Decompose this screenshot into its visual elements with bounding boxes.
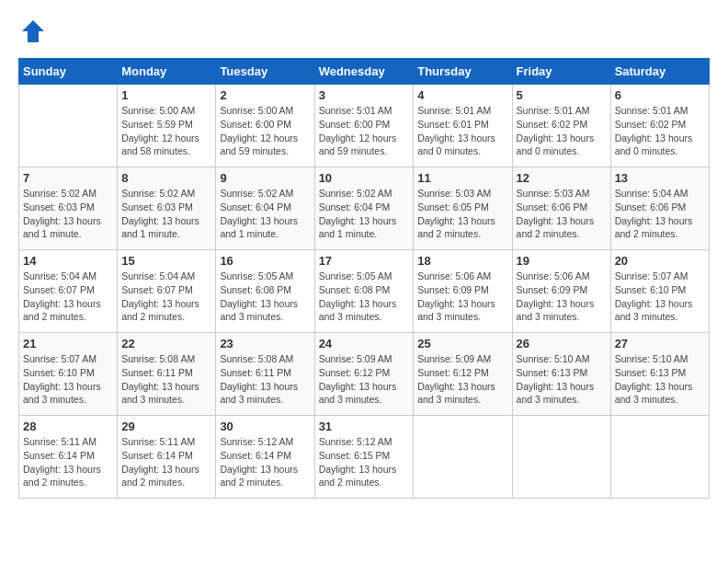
calendar-week-5: 28Sunrise: 5:11 AM Sunset: 6:14 PM Dayli… [19,416,710,499]
day-info: Sunrise: 5:12 AM Sunset: 6:14 PM Dayligh… [220,435,310,489]
day-header-thursday: Thursday [414,59,512,85]
calendar-cell: 17Sunrise: 5:05 AM Sunset: 6:08 PM Dayli… [314,250,414,333]
day-number: 8 [121,171,211,185]
day-number: 6 [615,88,705,102]
calendar-cell: 27Sunrise: 5:10 AM Sunset: 6:13 PM Dayli… [610,333,709,416]
calendar-cell: 26Sunrise: 5:10 AM Sunset: 6:13 PM Dayli… [512,333,610,416]
calendar-cell: 9Sunrise: 5:02 AM Sunset: 6:04 PM Daylig… [216,167,314,250]
calendar-cell: 23Sunrise: 5:08 AM Sunset: 6:11 PM Dayli… [216,333,314,416]
day-number: 19 [517,254,607,268]
day-number: 13 [615,171,705,185]
calendar-cell: 13Sunrise: 5:04 AM Sunset: 6:06 PM Dayli… [610,167,709,250]
day-info: Sunrise: 5:05 AM Sunset: 6:08 PM Dayligh… [220,270,310,324]
day-number: 18 [417,254,507,268]
day-info: Sunrise: 5:01 AM Sunset: 6:02 PM Dayligh… [615,104,705,158]
calendar-table: SundayMondayTuesdayWednesdayThursdayFrid… [18,58,710,499]
day-info: Sunrise: 5:06 AM Sunset: 6:09 PM Dayligh… [417,270,507,324]
day-header-monday: Monday [118,59,216,85]
day-info: Sunrise: 5:10 AM Sunset: 6:13 PM Dayligh… [517,352,607,407]
day-number: 12 [517,171,607,185]
calendar-cell: 6Sunrise: 5:01 AM Sunset: 6:02 PM Daylig… [610,85,709,167]
day-info: Sunrise: 5:02 AM Sunset: 6:03 PM Dayligh… [121,187,211,241]
calendar-cell: 29Sunrise: 5:11 AM Sunset: 6:14 PM Dayli… [118,416,216,499]
day-info: Sunrise: 5:11 AM Sunset: 6:14 PM Dayligh… [23,435,113,489]
calendar-cell [414,416,512,499]
calendar-cell: 15Sunrise: 5:04 AM Sunset: 6:07 PM Dayli… [118,250,216,333]
day-info: Sunrise: 5:02 AM Sunset: 6:04 PM Dayligh… [319,187,410,241]
day-info: Sunrise: 5:03 AM Sunset: 6:05 PM Dayligh… [417,187,507,241]
calendar-cell: 30Sunrise: 5:12 AM Sunset: 6:14 PM Dayli… [216,416,314,499]
day-info: Sunrise: 5:03 AM Sunset: 6:06 PM Dayligh… [517,187,607,241]
calendar-cell: 31Sunrise: 5:12 AM Sunset: 6:15 PM Dayli… [314,416,414,499]
day-info: Sunrise: 5:04 AM Sunset: 6:07 PM Dayligh… [121,270,211,324]
calendar-cell: 22Sunrise: 5:08 AM Sunset: 6:11 PM Dayli… [118,333,216,416]
calendar-cell: 21Sunrise: 5:07 AM Sunset: 6:10 PM Dayli… [19,333,118,416]
calendar-cell: 12Sunrise: 5:03 AM Sunset: 6:06 PM Dayli… [512,167,610,250]
calendar-week-2: 7Sunrise: 5:02 AM Sunset: 6:03 PM Daylig… [19,167,710,250]
calendar-cell: 10Sunrise: 5:02 AM Sunset: 6:04 PM Dayli… [314,167,414,250]
calendar-cell [19,85,118,167]
day-number: 30 [220,419,310,433]
day-info: Sunrise: 5:02 AM Sunset: 6:04 PM Dayligh… [220,187,310,241]
day-info: Sunrise: 5:08 AM Sunset: 6:11 PM Dayligh… [220,352,310,407]
day-number: 24 [319,337,410,350]
calendar-cell: 16Sunrise: 5:05 AM Sunset: 6:08 PM Dayli… [216,250,314,333]
calendar-cell: 3Sunrise: 5:01 AM Sunset: 6:00 PM Daylig… [314,85,414,167]
day-info: Sunrise: 5:07 AM Sunset: 6:10 PM Dayligh… [23,352,113,407]
day-number: 5 [517,88,607,102]
day-info: Sunrise: 5:04 AM Sunset: 6:07 PM Dayligh… [23,270,113,324]
day-number: 9 [220,171,310,185]
day-number: 27 [615,337,705,350]
calendar-cell: 4Sunrise: 5:01 AM Sunset: 6:01 PM Daylig… [414,85,512,167]
day-info: Sunrise: 5:00 AM Sunset: 6:00 PM Dayligh… [220,104,310,158]
day-info: Sunrise: 5:07 AM Sunset: 6:10 PM Dayligh… [615,270,705,324]
day-info: Sunrise: 5:09 AM Sunset: 6:12 PM Dayligh… [319,352,410,407]
day-number: 31 [319,419,410,433]
day-number: 20 [615,254,705,268]
day-number: 28 [23,419,113,433]
calendar-cell: 1Sunrise: 5:00 AM Sunset: 5:59 PM Daylig… [118,85,216,167]
day-info: Sunrise: 5:12 AM Sunset: 6:15 PM Dayligh… [319,435,410,489]
day-number: 15 [121,254,211,268]
day-header-wednesday: Wednesday [314,59,414,85]
day-number: 3 [319,88,410,102]
day-number: 23 [220,337,310,350]
day-header-tuesday: Tuesday [216,59,314,85]
svg-marker-0 [22,20,44,42]
calendar-week-4: 21Sunrise: 5:07 AM Sunset: 6:10 PM Dayli… [19,333,710,416]
calendar-cell: 25Sunrise: 5:09 AM Sunset: 6:12 PM Dayli… [414,333,512,416]
day-number: 14 [23,254,113,268]
calendar-week-3: 14Sunrise: 5:04 AM Sunset: 6:07 PM Dayli… [19,250,710,333]
calendar-cell: 19Sunrise: 5:06 AM Sunset: 6:09 PM Dayli… [512,250,610,333]
day-info: Sunrise: 5:10 AM Sunset: 6:13 PM Dayligh… [615,352,705,407]
calendar-cell: 28Sunrise: 5:11 AM Sunset: 6:14 PM Dayli… [19,416,118,499]
day-number: 22 [121,337,211,350]
calendar-cell [512,416,610,499]
logo-icon [20,18,46,44]
day-number: 1 [121,88,211,102]
day-number: 17 [319,254,410,268]
day-header-friday: Friday [512,59,610,85]
day-info: Sunrise: 5:08 AM Sunset: 6:11 PM Dayligh… [121,352,211,407]
calendar-cell: 24Sunrise: 5:09 AM Sunset: 6:12 PM Dayli… [314,333,414,416]
day-number: 7 [23,171,113,185]
calendar-cell: 7Sunrise: 5:02 AM Sunset: 6:03 PM Daylig… [19,167,118,250]
calendar-cell: 20Sunrise: 5:07 AM Sunset: 6:10 PM Dayli… [610,250,709,333]
day-info: Sunrise: 5:09 AM Sunset: 6:12 PM Dayligh… [417,352,507,407]
logo [18,18,46,49]
calendar-cell: 14Sunrise: 5:04 AM Sunset: 6:07 PM Dayli… [19,250,118,333]
day-info: Sunrise: 5:01 AM Sunset: 6:00 PM Dayligh… [319,104,410,158]
day-number: 29 [121,419,211,433]
calendar-cell: 8Sunrise: 5:02 AM Sunset: 6:03 PM Daylig… [118,167,216,250]
day-number: 21 [23,337,113,350]
day-info: Sunrise: 5:06 AM Sunset: 6:09 PM Dayligh… [517,270,607,324]
day-info: Sunrise: 5:02 AM Sunset: 6:03 PM Dayligh… [23,187,113,241]
calendar-week-1: 1Sunrise: 5:00 AM Sunset: 5:59 PM Daylig… [19,85,710,167]
day-info: Sunrise: 5:01 AM Sunset: 6:01 PM Dayligh… [417,104,507,158]
calendar-body: 1Sunrise: 5:00 AM Sunset: 5:59 PM Daylig… [19,85,710,499]
day-number: 2 [220,88,310,102]
day-header-saturday: Saturday [610,59,709,85]
day-number: 16 [220,254,310,268]
day-info: Sunrise: 5:05 AM Sunset: 6:08 PM Dayligh… [319,270,410,324]
day-info: Sunrise: 5:11 AM Sunset: 6:14 PM Dayligh… [121,435,211,489]
